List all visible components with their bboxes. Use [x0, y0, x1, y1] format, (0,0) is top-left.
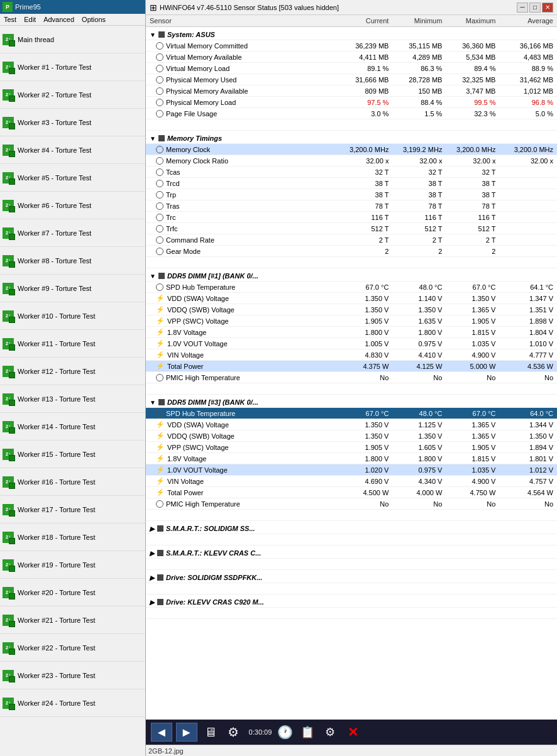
sensor-row[interactable]: Physical Memory Load97.5 %88.4 %99.5 %96… — [146, 97, 557, 108]
sensor-row[interactable]: ⚡VDDQ (SWB) Voltage1.350 V1.350 V1.365 V… — [146, 430, 557, 442]
menu-item-options[interactable]: Options — [80, 15, 107, 24]
sensor-row[interactable]: ⚡VDD (SWA) Voltage1.350 V1.140 V1.350 V1… — [146, 293, 557, 304]
sensor-row[interactable]: ⚡VIN Voltage4.830 V4.410 V4.900 V4.777 V — [146, 349, 557, 361]
sensor-row[interactable]: Trfc512 T512 T512 T — [146, 223, 557, 234]
worker-item-11[interactable]: 2↑ Worker #11 - Torture Test — [0, 330, 145, 358]
group-row[interactable]: ▶ S.M.A.R.T.: SOLIDIGM SS... — [146, 521, 557, 534]
sensor-row[interactable]: Command Rate2 T2 T2 T — [146, 234, 557, 246]
back-button[interactable]: ◄ — [151, 723, 172, 742]
expand-arrow[interactable]: ▼ — [150, 31, 156, 38]
sensor-row[interactable]: ⚡1.0V VOUT Voltage1.020 V0.975 V1.035 V1… — [146, 464, 557, 476]
worker-item-24[interactable]: 2↑ Worker #24 - Torture Test — [0, 689, 145, 717]
sensor-row[interactable]: Physical Memory Used31,666 MB28,728 MB32… — [146, 74, 557, 85]
menu-item-test[interactable]: Test — [3, 15, 18, 24]
sensor-row[interactable]: Virtual Memory Load89.1 %86.3 %89.4 %88.… — [146, 63, 557, 74]
tools-icon[interactable]: ⚙ — [224, 723, 243, 742]
group-row[interactable]: ▶ S.M.A.R.T.: KLEVV CRAS C... — [146, 545, 557, 559]
worker-main-thread[interactable]: 2↑ Main thread — [0, 26, 145, 53]
minimize-button[interactable]: ─ — [517, 3, 528, 13]
worker-item-2[interactable]: 2↑ Worker #2 - Torture Test — [0, 81, 145, 109]
settings-icon[interactable]: ⚙ — [321, 723, 339, 742]
worker-item-5[interactable]: 2↑ Worker #5 - Torture Test — [0, 164, 145, 192]
expand-arrow[interactable]: ▼ — [150, 273, 156, 280]
sensor-row[interactable]: SPD Hub Temperature67.0 °C48.0 °C67.0 °C… — [146, 282, 557, 293]
sensor-row[interactable]: Trp38 T38 T38 T — [146, 189, 557, 200]
sensor-row[interactable]: Virtual Memory Committed36,239 MB35,115 … — [146, 40, 557, 52]
worker-item-21[interactable]: 2↑ Worker #21 - Torture Test — [0, 606, 145, 634]
worker-item-4[interactable]: 2↑ Worker #4 - Torture Test — [0, 136, 145, 164]
menu-item-advanced[interactable]: Advanced — [42, 15, 75, 24]
sensor-row[interactable]: SPD Hub Temperature67.0 °C48.0 °C67.0 °C… — [146, 408, 557, 419]
sensor-row[interactable]: Memory Clock Ratio32.00 x32.00 x32.00 x3… — [146, 155, 557, 167]
sensor-row[interactable]: Trc116 T116 T116 T — [146, 212, 557, 223]
group-row[interactable]: ▼ System: ASUS — [146, 27, 557, 40]
group-row[interactable]: ▼ DDR5 DIMM [#3] (BANK 0/... — [146, 395, 557, 408]
sensor-row[interactable]: ⚡1.8V Voltage1.800 V1.800 V1.815 V1.801 … — [146, 453, 557, 464]
sensor-max: 5.000 W — [446, 361, 499, 372]
sensor-row[interactable]: Physical Memory Available809 MB150 MB3,7… — [146, 85, 557, 97]
sensor-row[interactable]: Tras78 T78 T78 T — [146, 200, 557, 212]
worker-item-3[interactable]: 2↑ Worker #3 - Torture Test — [0, 109, 145, 136]
sensor-row[interactable]: Tcas32 T32 T32 T — [146, 167, 557, 178]
worker-item-6[interactable]: 2↑ Worker #6 - Torture Test — [0, 192, 145, 219]
sensor-row[interactable]: ⚡VDDQ (SWB) Voltage1.350 V1.350 V1.365 V… — [146, 304, 557, 315]
worker-item-20[interactable]: 2↑ Worker #20 - Torture Test — [0, 579, 145, 606]
network-icon[interactable]: 🖥 — [201, 723, 220, 742]
expand-arrow[interactable]: ▼ — [150, 399, 156, 406]
sensor-icon-circle — [156, 110, 163, 118]
expand-arrow[interactable]: ▶ — [150, 574, 155, 581]
sensor-row[interactable]: ⚡VDD (SWA) Voltage1.350 V1.125 V1.365 V1… — [146, 419, 557, 430]
expand-arrow[interactable]: ▶ — [150, 525, 155, 532]
expand-arrow[interactable]: ▶ — [150, 599, 155, 606]
sensor-row[interactable]: ⚡Total Power4.500 W4.000 W4.750 W4.564 W — [146, 487, 557, 498]
close-button[interactable]: ✕ — [542, 3, 553, 13]
worker-item-19[interactable]: 2↑ Worker #19 - Torture Test — [0, 551, 145, 579]
worker-item-18[interactable]: 2↑ Worker #18 - Torture Test — [0, 523, 145, 551]
group-row[interactable]: ▶ Drive: SOLIDIGM SSDPFKK... — [146, 570, 557, 583]
sensor-row[interactable]: PMIC High TemperatureNoNoNoNo — [146, 372, 557, 383]
group-row[interactable]: ▼ Memory Timings — [146, 131, 557, 144]
expand-arrow[interactable]: ▶ — [150, 550, 155, 557]
sensor-row[interactable]: Virtual Memory Available4,411 MB4,289 MB… — [146, 52, 557, 63]
menu-item-edit[interactable]: Edit — [23, 15, 37, 24]
group-row[interactable]: ▼ DDR5 DIMM [#1] (BANK 0/... — [146, 268, 557, 282]
group-row[interactable]: ▶ Drive: KLEVV CRAS C920 M... — [146, 594, 557, 608]
forward-button[interactable]: ► — [176, 723, 197, 742]
sensor-name-text: 1.0V VOUT Voltage — [167, 340, 228, 348]
worker-item-12[interactable]: 2↑ Worker #12 - Torture Test — [0, 358, 145, 385]
sensor-avg: 31,462 MB — [499, 74, 557, 85]
sensor-name-text: 1.8V Voltage — [167, 455, 206, 463]
sensor-row[interactable]: PMIC High TemperatureNoNoNoNo — [146, 498, 557, 510]
report-icon[interactable]: 📋 — [298, 723, 317, 742]
worker-item-7[interactable]: 2↑ Worker #7 - Torture Test — [0, 219, 145, 247]
sensor-row[interactable]: Memory Clock3,200.0 MHz3,199.2 MHz3,200.… — [146, 144, 557, 155]
sensor-current: 1.020 V — [331, 464, 392, 476]
maximize-button[interactable]: □ — [529, 3, 541, 13]
worker-item-16[interactable]: 2↑ Worker #16 - Torture Test — [0, 468, 145, 496]
worker-item-14[interactable]: 2↑ Worker #14 - Torture Test — [0, 413, 145, 441]
sensor-icon-circle — [156, 236, 163, 244]
worker-item-13[interactable]: 2↑ Worker #13 - Torture Test — [0, 385, 145, 413]
sensor-avg: 4.536 W — [499, 361, 557, 372]
worker-item-15[interactable]: 2↑ Worker #15 - Torture Test — [0, 441, 145, 468]
sensor-name-cell: ⚡VDDQ (SWB) Voltage — [146, 430, 331, 442]
worker-item-22[interactable]: 2↑ Worker #22 - Torture Test — [0, 634, 145, 662]
sensor-row[interactable]: ⚡VPP (SWC) Voltage1.905 V1.605 V1.905 V1… — [146, 442, 557, 453]
sensor-row[interactable]: ⚡Total Power4.375 W4.125 W5.000 W4.536 W — [146, 361, 557, 372]
sensor-max: 1.905 V — [446, 315, 499, 327]
close-icon[interactable]: ✕ — [343, 723, 362, 742]
sensor-row[interactable]: ⚡1.8V Voltage1.800 V1.800 V1.815 V1.804 … — [146, 327, 557, 338]
sensor-row[interactable]: ⚡VIN Voltage4.690 V4.340 V4.900 V4.757 V — [146, 476, 557, 487]
worker-item-1[interactable]: 2↑ Worker #1 - Torture Test — [0, 53, 145, 81]
worker-item-8[interactable]: 2↑ Worker #8 - Torture Test — [0, 247, 145, 275]
sensor-row[interactable]: Gear Mode222 — [146, 246, 557, 257]
worker-item-9[interactable]: 2↑ Worker #9 - Torture Test — [0, 275, 145, 302]
worker-item-10[interactable]: 2↑ Worker #10 - Torture Test — [0, 302, 145, 330]
worker-item-23[interactable]: 2↑ Worker #23 - Torture Test — [0, 662, 145, 689]
worker-item-17[interactable]: 2↑ Worker #17 - Torture Test — [0, 496, 145, 523]
sensor-row[interactable]: ⚡VPP (SWC) Voltage1.905 V1.635 V1.905 V1… — [146, 315, 557, 327]
sensor-row[interactable]: ⚡1.0V VOUT Voltage1.005 V0.975 V1.035 V1… — [146, 338, 557, 349]
sensor-row[interactable]: Trcd38 T38 T38 T — [146, 178, 557, 189]
expand-arrow[interactable]: ▼ — [150, 135, 156, 142]
sensor-row[interactable]: Page File Usage3.0 %1.5 %32.3 %5.0 % — [146, 108, 557, 119]
